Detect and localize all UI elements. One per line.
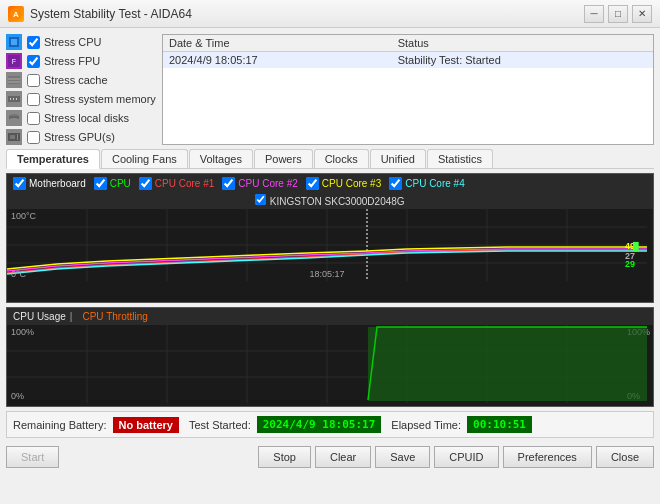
svg-rect-3: [11, 39, 17, 45]
svg-point-15: [9, 118, 19, 122]
minimize-button[interactable]: ─: [584, 5, 604, 23]
legend-cpu-core4-label: CPU Core #4: [405, 178, 464, 189]
cpuid-button[interactable]: CPUID: [434, 446, 498, 468]
col-datetime: Date & Time: [163, 35, 392, 52]
stress-options: Stress CPU F Stress FPU: [6, 34, 156, 145]
tab-unified[interactable]: Unified: [370, 149, 426, 168]
start-button[interactable]: Start: [6, 446, 59, 468]
svg-text:100°C: 100°C: [11, 211, 37, 221]
close-button[interactable]: Close: [596, 446, 654, 468]
stress-cache-label[interactable]: Stress cache: [27, 74, 108, 87]
stress-cpu-checkbox[interactable]: [27, 36, 40, 49]
stress-fpu-checkbox[interactable]: [27, 55, 40, 68]
stress-memory-label[interactable]: Stress system memory: [27, 93, 156, 106]
stress-cpu-item: Stress CPU: [6, 34, 156, 50]
legend-cpu-core3: CPU Core #3: [306, 177, 381, 190]
log-datetime: 2024/4/9 18:05:17: [163, 52, 392, 69]
stress-gpu-checkbox[interactable]: [27, 131, 40, 144]
stress-memory-item: Stress system memory: [6, 91, 156, 107]
legend-motherboard: Motherboard: [13, 177, 86, 190]
lower-chart: CPU Usage | CPU Throttling 100% 0%: [6, 307, 654, 407]
title-controls: ─ □ ✕: [584, 5, 652, 23]
top-section: Stress CPU F Stress FPU: [6, 34, 654, 145]
status-bar: Remaining Battery: No battery Test Start…: [6, 411, 654, 438]
lower-chart-svg: 100% 0% 100% 0%: [7, 325, 653, 403]
svg-text:A: A: [13, 10, 19, 19]
throttling-label: CPU Throttling: [82, 311, 147, 322]
legend-cpu-core3-label: CPU Core #3: [322, 178, 381, 189]
preferences-button[interactable]: Preferences: [503, 446, 592, 468]
tab-voltages[interactable]: Voltages: [189, 149, 253, 168]
maximize-button[interactable]: □: [608, 5, 628, 23]
elapsed-time-item: Elapsed Time: 00:10:51: [391, 416, 532, 433]
legend-cpu: CPU: [94, 177, 131, 190]
legend-cpu-core1-checkbox[interactable]: [139, 177, 152, 190]
svg-rect-51: [368, 327, 647, 401]
legend-cpu-core2-checkbox[interactable]: [222, 177, 235, 190]
legend-cpu-core4: CPU Core #4: [389, 177, 464, 190]
log-row: 2024/4/9 18:05:17 Stability Test: Starte…: [163, 52, 653, 69]
stress-fpu-label[interactable]: Stress FPU: [27, 55, 100, 68]
separator: |: [70, 311, 73, 322]
lower-chart-title: CPU Usage: [13, 311, 66, 322]
tab-statistics[interactable]: Statistics: [427, 149, 493, 168]
stress-disk-label[interactable]: Stress local disks: [27, 112, 129, 125]
clear-button[interactable]: Clear: [315, 446, 371, 468]
upper-chart-svg: 100°C 0°C 49 █ 27 29 18:05:17: [7, 209, 653, 281]
tab-powers[interactable]: Powers: [254, 149, 313, 168]
gpu-icon: [6, 129, 22, 145]
legend-cpu-core2-label: CPU Core #2: [238, 178, 297, 189]
legend-cpu-core2: CPU Core #2: [222, 177, 297, 190]
svg-text:100%: 100%: [11, 327, 34, 337]
lower-chart-header: CPU Usage | CPU Throttling: [7, 308, 653, 325]
upper-chart: Motherboard CPU CPU Core #1 CPU Core #2 …: [6, 173, 654, 303]
title-bar: A System Stability Test - AIDA64 ─ □ ✕: [0, 0, 660, 28]
bottom-buttons: Start Stop Clear Save CPUID Preferences …: [6, 442, 654, 468]
legend-motherboard-checkbox[interactable]: [13, 177, 26, 190]
stress-cache-checkbox[interactable]: [27, 74, 40, 87]
kingston-label: KINGSTON SKC3000D2048G: [270, 196, 405, 207]
stress-gpu-item: Stress GPU(s): [6, 129, 156, 145]
chart-legend: Motherboard CPU CPU Core #1 CPU Core #2 …: [7, 174, 653, 193]
cpu-icon: [6, 34, 22, 50]
stress-disk-item: Stress local disks: [6, 110, 156, 126]
battery-label: Remaining Battery:: [13, 419, 107, 431]
svg-rect-6: [8, 76, 20, 84]
test-started-item: Test Started: 2024/4/9 18:05:17: [189, 416, 381, 433]
tabs-container: Temperatures Cooling Fans Voltages Power…: [6, 149, 654, 169]
legend-cpu-core3-checkbox[interactable]: [306, 177, 319, 190]
svg-text:18:05:17: 18:05:17: [309, 269, 344, 279]
legend-cpu-checkbox[interactable]: [94, 177, 107, 190]
tab-clocks[interactable]: Clocks: [314, 149, 369, 168]
stop-button[interactable]: Stop: [258, 446, 311, 468]
stress-gpu-label[interactable]: Stress GPU(s): [27, 131, 115, 144]
legend-cpu-core4-checkbox[interactable]: [389, 177, 402, 190]
svg-text:0°C: 0°C: [11, 269, 27, 279]
kingston-checkbox[interactable]: [255, 194, 266, 205]
log-table: Date & Time Status 2024/4/9 18:05:17 Sta…: [162, 34, 654, 145]
title-bar-left: A System Stability Test - AIDA64: [8, 6, 192, 22]
svg-rect-18: [17, 134, 18, 140]
close-window-button[interactable]: ✕: [632, 5, 652, 23]
stress-memory-checkbox[interactable]: [27, 93, 40, 106]
battery-value: No battery: [113, 417, 179, 433]
save-button[interactable]: Save: [375, 446, 430, 468]
cache-icon: [6, 72, 22, 88]
test-started-label: Test Started:: [189, 419, 251, 431]
disk-icon: [6, 110, 22, 126]
tab-temperatures[interactable]: Temperatures: [6, 149, 100, 169]
legend-cpu-core1-label: CPU Core #1: [155, 178, 214, 189]
stress-fpu-item: F Stress FPU: [6, 53, 156, 69]
elapsed-time-label: Elapsed Time:: [391, 419, 461, 431]
fpu-icon: F: [6, 53, 22, 69]
stress-cache-item: Stress cache: [6, 72, 156, 88]
stress-disk-checkbox[interactable]: [27, 112, 40, 125]
svg-text:29: 29: [625, 259, 635, 269]
secondary-legend: KINGSTON SKC3000D2048G: [7, 193, 653, 209]
svg-rect-11: [13, 98, 14, 100]
svg-rect-10: [10, 98, 11, 100]
tab-cooling-fans[interactable]: Cooling Fans: [101, 149, 188, 168]
main-content: Stress CPU F Stress FPU: [0, 28, 660, 504]
battery-item: Remaining Battery: No battery: [13, 417, 179, 433]
stress-cpu-label[interactable]: Stress CPU: [27, 36, 101, 49]
